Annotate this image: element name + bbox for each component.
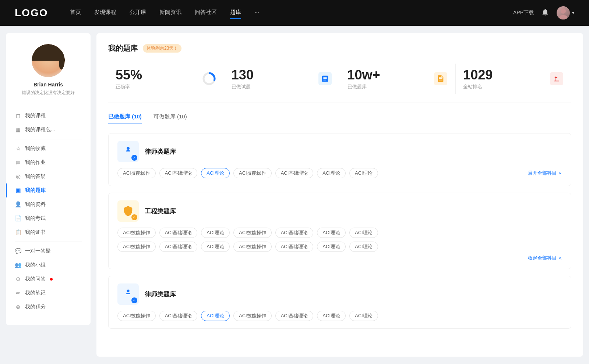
tag[interactable]: ACI理论 xyxy=(317,168,346,178)
notebook-icon xyxy=(318,71,332,86)
tab-available-banks[interactable]: 可做题库 (10) xyxy=(154,113,187,124)
stat-text: 130 已做试题 xyxy=(232,67,313,90)
sidebar-item-exam-bank[interactable]: ▣ 我的题库 xyxy=(6,183,91,197)
bank-section-lawyer: ✓ 律师类题库 ACI技能操作 ACI基础理论 ACI理论 ACI技能操作 AC… xyxy=(108,133,571,186)
chevron-down-icon: ▾ xyxy=(572,10,574,15)
tag[interactable]: ACI技能操作 xyxy=(233,168,272,178)
user-avatar[interactable]: ▾ xyxy=(557,6,574,19)
notification-bell[interactable] xyxy=(541,8,549,18)
avatar-hair xyxy=(32,44,65,61)
tag[interactable]: ACI技能操作 xyxy=(117,242,156,252)
tag[interactable]: ACI基础理论 xyxy=(275,228,314,238)
tag[interactable]: ACI理论 xyxy=(317,228,346,238)
tag[interactable]: ACI理论 xyxy=(317,311,346,321)
sidebar-item-my-course[interactable]: ◻ 我的课程 xyxy=(6,109,91,123)
group-icon: 👥 xyxy=(15,262,21,268)
logo[interactable]: LOGO xyxy=(15,7,48,19)
sidebar-item-label: 我的收藏 xyxy=(25,145,46,152)
engineer-bank-icon: ✓ xyxy=(117,200,139,222)
tag[interactable]: ACI理论 xyxy=(201,228,230,238)
sidebar-item-homework[interactable]: ▤ 我的作业 xyxy=(6,156,91,169)
bank-title-engineer: 工程类题库 xyxy=(145,207,176,215)
nav-open-course[interactable]: 公开课 xyxy=(130,9,146,17)
rank-icon xyxy=(549,71,564,86)
tag[interactable]: ACI理论 xyxy=(317,242,346,252)
stat-label: 已做题库 xyxy=(348,83,428,90)
cert-icon: 📋 xyxy=(15,229,21,236)
tag[interactable]: ACI理论 xyxy=(201,242,230,252)
stat-correct-rate: 55% 正确率 xyxy=(108,64,224,94)
sidebar-item-label: 我的资料 xyxy=(25,201,46,208)
nav-qa[interactable]: 问答社区 xyxy=(195,9,217,17)
tag[interactable]: ACI基础理论 xyxy=(159,228,198,238)
tag[interactable]: ACI技能操作 xyxy=(117,228,156,238)
tag[interactable]: ACI技能操作 xyxy=(233,311,272,321)
sidebar-item-exam[interactable]: 📄 我的考试 xyxy=(6,211,91,225)
tag[interactable]: ACI基础理论 xyxy=(275,242,314,252)
lawyer-bank-icon-2: ✓ xyxy=(117,283,139,305)
tag-active[interactable]: ACI理论 xyxy=(201,168,230,178)
tag[interactable]: ACI技能操作 xyxy=(233,242,272,252)
sidebar-item-notes[interactable]: ✏ 我的笔记 xyxy=(6,286,91,300)
collapse-link[interactable]: 收起全部科目 ∧ xyxy=(117,255,562,261)
tag[interactable]: ACI理论 xyxy=(349,168,378,178)
tag[interactable]: ACI技能操作 xyxy=(233,228,272,238)
tag[interactable]: ACI理论 xyxy=(349,242,378,252)
nav-more[interactable]: ··· xyxy=(254,9,259,17)
tag[interactable]: ACI基础理论 xyxy=(159,168,198,178)
stat-value: 10w+ xyxy=(348,67,428,83)
sidebar-item-1on1[interactable]: 💬 一对一答疑 xyxy=(6,244,91,258)
tag[interactable]: ACI理论 xyxy=(349,311,378,321)
app-download-button[interactable]: APP下载 xyxy=(513,10,534,16)
profile-icon: 👤 xyxy=(15,201,21,208)
sidebar-divider-2 xyxy=(15,242,82,242)
avatar-image xyxy=(557,6,570,19)
nav-news[interactable]: 新闻资讯 xyxy=(159,9,181,17)
check-icon: ✓ xyxy=(131,297,137,303)
stat-global-rank: 1029 全站排名 xyxy=(456,64,571,94)
tag[interactable]: ACI基础理论 xyxy=(159,242,198,252)
chat-icon: 💬 xyxy=(15,248,21,254)
content-header: 我的题库 体验剩余23天！ xyxy=(108,43,571,53)
sidebar-item-qa[interactable]: ◎ 我的答疑 xyxy=(6,169,91,183)
nav-discover[interactable]: 发现课程 xyxy=(94,9,116,17)
sidebar-menu: ◻ 我的课程 ▦ 我的课程包... ☆ 我的收藏 ▤ 我的作业 ◎ 我的答疑 ▣ xyxy=(6,105,91,318)
expand-link[interactable]: 展开全部科目 ∨ xyxy=(528,170,562,176)
sidebar-item-profile[interactable]: 👤 我的资料 xyxy=(6,197,91,211)
chart-icon: ▦ xyxy=(15,126,21,133)
document-icon: ◻ xyxy=(15,113,21,119)
nav-home[interactable]: 首页 xyxy=(70,9,81,17)
sidebar-item-points[interactable]: ⊛ 我的积分 xyxy=(6,300,91,314)
sidebar-motto: 错误的决定比没有决定要好 xyxy=(22,90,75,96)
bank-tags-row: ACI技能操作 ACI基础理论 ACI理论 ACI技能操作 ACI基础理论 AC… xyxy=(117,168,562,178)
tab-done-banks[interactable]: 已做题库 (10) xyxy=(108,113,142,124)
sidebar-item-favorites[interactable]: ☆ 我的收藏 xyxy=(6,142,91,156)
red-icon-wrap xyxy=(550,72,563,85)
sidebar-item-certificate[interactable]: 📋 我的证书 xyxy=(6,225,91,239)
homework-icon: ▤ xyxy=(15,159,21,166)
navbar-right: APP下载 ▾ xyxy=(513,6,574,19)
bank-section-lawyer-2: ✓ 律师类题库 ACI技能操作 ACI基础理论 ACI理论 ACI技能操作 AC… xyxy=(108,276,571,329)
tag[interactable]: ACI技能操作 xyxy=(117,311,156,321)
sidebar-item-course-package[interactable]: ▦ 我的课程包... xyxy=(6,123,91,137)
orange-icon-wrap xyxy=(434,72,447,85)
bank-tags-row-lawyer2: ACI技能操作 ACI基础理论 ACI理论 ACI技能操作 ACI基础理论 AC… xyxy=(117,311,562,321)
sidebar-item-group[interactable]: 👥 我的小组 xyxy=(6,258,91,272)
star-icon: ☆ xyxy=(15,145,21,152)
sidebar-item-label: 我的课程 xyxy=(25,113,46,119)
stat-label: 正确率 xyxy=(116,83,197,90)
tag[interactable]: ACI基础理论 xyxy=(275,168,314,178)
profile-avatar xyxy=(32,44,65,77)
sidebar-item-label: 我的课程包... xyxy=(25,126,55,133)
tag[interactable]: ACI基础理论 xyxy=(275,311,314,321)
tag[interactable]: ACI理论 xyxy=(349,228,378,238)
bank-title: 律师类题库 xyxy=(145,147,176,156)
tag-active[interactable]: ACI理论 xyxy=(201,311,230,321)
tag[interactable]: ACI技能操作 xyxy=(117,168,156,178)
main-layout: Brian Harris 错误的决定比没有决定要好 ◻ 我的课程 ▦ 我的课程包… xyxy=(0,26,589,364)
tag[interactable]: ACI基础理论 xyxy=(159,311,198,321)
nav-exam[interactable]: 题库 xyxy=(230,9,241,17)
stat-value: 1029 xyxy=(463,67,544,83)
sidebar-item-questions[interactable]: ⊙ 我的问答 xyxy=(6,272,91,286)
stat-text: 55% 正确率 xyxy=(116,67,197,90)
